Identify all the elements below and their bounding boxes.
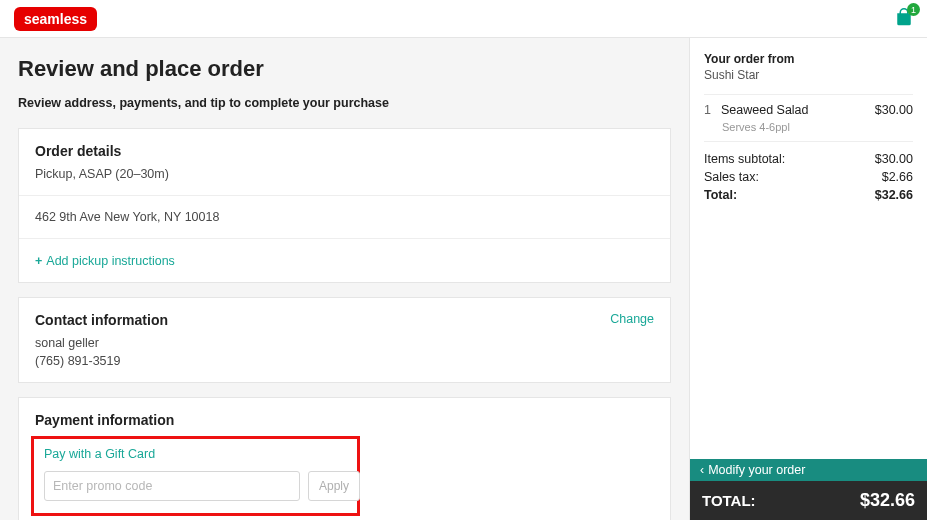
- tax-label: Sales tax:: [704, 170, 759, 184]
- item-price: $30.00: [875, 103, 913, 117]
- item-name: Seaweed Salad: [721, 103, 809, 117]
- item-qty: 1: [704, 103, 711, 117]
- add-pickup-instructions-label: Add pickup instructions: [46, 254, 175, 268]
- promo-highlight: Pay with a Gift Card Apply: [31, 436, 360, 516]
- bag-icon: [895, 14, 913, 29]
- fulfillment-text: Pickup, ASAP (20–30m): [35, 167, 654, 181]
- top-bar: seamless 1: [0, 0, 927, 38]
- page-subtitle: Review address, payments, and tip to com…: [18, 96, 671, 110]
- tax-value: $2.66: [882, 170, 913, 184]
- restaurant-name: Sushi Star: [704, 68, 913, 82]
- page-title: Review and place order: [18, 56, 671, 82]
- footer-total-amount: $32.66: [860, 490, 915, 511]
- order-details-card: Order details Pickup, ASAP (20–30m) 462 …: [18, 128, 671, 283]
- item-serves: Serves 4-6ppl: [722, 121, 913, 133]
- contact-name: sonal geller: [35, 336, 168, 350]
- footer-total-label: TOTAL:: [702, 492, 756, 509]
- total-value: $32.66: [875, 188, 913, 202]
- total-label: Total:: [704, 188, 737, 202]
- cart-button[interactable]: 1: [895, 8, 913, 29]
- add-pickup-instructions-link[interactable]: +Add pickup instructions: [35, 254, 175, 268]
- order-details-heading: Order details: [35, 143, 654, 159]
- modify-order-label: Modify your order: [708, 463, 805, 477]
- cart-badge: 1: [907, 3, 920, 16]
- gift-card-link[interactable]: Pay with a Gift Card: [44, 447, 347, 461]
- contact-card: Contact information sonal geller (765) 8…: [18, 297, 671, 383]
- change-contact-link[interactable]: Change: [610, 312, 654, 326]
- pickup-address: 462 9th Ave New York, NY 10018: [35, 210, 654, 224]
- apply-promo-button[interactable]: Apply: [308, 471, 360, 501]
- subtotal-value: $30.00: [875, 152, 913, 166]
- main-content: Review and place order Review address, p…: [0, 38, 689, 520]
- plus-icon: +: [35, 254, 42, 268]
- footer-total-bar: TOTAL: $32.66: [690, 481, 927, 520]
- chevron-left-icon: ‹: [700, 463, 704, 477]
- modify-order-button[interactable]: ‹Modify your order: [690, 459, 927, 481]
- contact-heading: Contact information: [35, 312, 168, 328]
- promo-code-input[interactable]: [44, 471, 300, 501]
- payment-card: Payment information Pay with a Gift Card…: [18, 397, 671, 520]
- contact-phone: (765) 891-3519: [35, 354, 168, 368]
- payment-heading: Payment information: [35, 412, 654, 428]
- brand-logo[interactable]: seamless: [14, 7, 97, 31]
- subtotal-label: Items subtotal:: [704, 152, 785, 166]
- order-summary-sidebar: Your order from Sushi Star 1 Seaweed Sal…: [689, 38, 927, 520]
- order-from-label: Your order from: [704, 52, 913, 66]
